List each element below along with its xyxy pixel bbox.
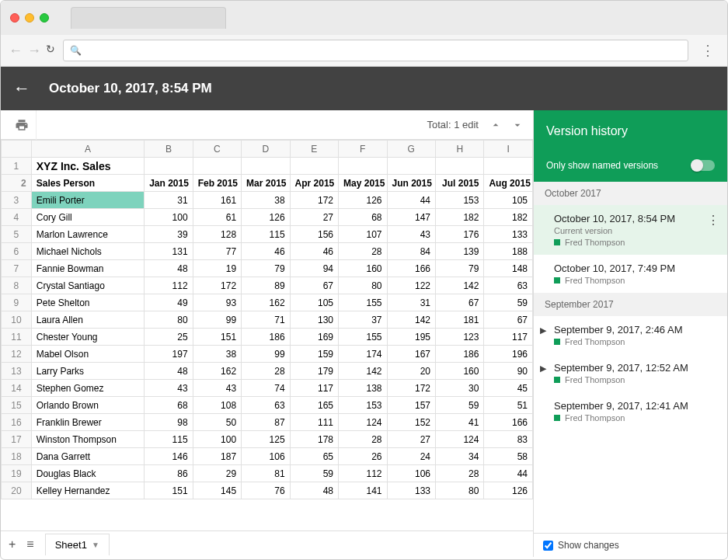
header-cell[interactable]: Jun 2015 [387, 175, 435, 192]
name-cell[interactable]: Crystal Santiago [31, 277, 144, 294]
data-cell[interactable]: 138 [339, 380, 387, 397]
header-cell[interactable]: Apr 2015 [290, 175, 338, 192]
row-header[interactable]: 13 [2, 363, 32, 380]
cell[interactable] [387, 158, 435, 175]
version-item[interactable]: October 10, 2017, 7:49 PMFred Thompson [534, 255, 727, 293]
data-cell[interactable]: 159 [290, 346, 338, 363]
data-cell[interactable]: 108 [193, 397, 241, 414]
data-cell[interactable]: 59 [484, 294, 533, 311]
data-cell[interactable]: 67 [290, 277, 338, 294]
data-cell[interactable]: 89 [242, 277, 290, 294]
data-cell[interactable]: 63 [484, 277, 533, 294]
data-cell[interactable]: 167 [387, 346, 435, 363]
name-cell[interactable]: Michael Nichols [31, 243, 144, 260]
data-cell[interactable]: 187 [193, 448, 241, 465]
name-cell[interactable]: Orlando Brown [31, 397, 144, 414]
sheet-title-cell[interactable]: XYZ Inc. Sales [31, 158, 144, 175]
browser-menu-icon[interactable]: ⋮ [696, 42, 719, 59]
data-cell[interactable]: 71 [242, 311, 290, 329]
data-cell[interactable]: 67 [435, 294, 483, 311]
data-cell[interactable]: 172 [387, 380, 435, 397]
row-header[interactable]: 12 [2, 346, 32, 363]
data-cell[interactable]: 169 [290, 329, 338, 346]
header-cell[interactable]: Feb 2015 [193, 175, 241, 192]
row-header[interactable]: 2 [2, 175, 32, 192]
data-cell[interactable]: 131 [145, 243, 193, 260]
header-cell[interactable]: Jul 2015 [435, 175, 483, 192]
data-cell[interactable]: 67 [484, 311, 533, 329]
data-cell[interactable]: 188 [484, 243, 533, 260]
data-cell[interactable]: 83 [484, 431, 533, 448]
data-cell[interactable]: 115 [242, 226, 290, 243]
all-sheets-button[interactable]: ≡ [26, 537, 33, 551]
data-cell[interactable]: 86 [145, 465, 193, 482]
data-cell[interactable]: 115 [145, 431, 193, 448]
data-cell[interactable]: 195 [387, 329, 435, 346]
cell[interactable] [193, 158, 241, 175]
data-cell[interactable]: 24 [387, 448, 435, 465]
row-header[interactable]: 10 [2, 311, 32, 329]
data-cell[interactable]: 19 [193, 260, 241, 277]
row-header[interactable]: 3 [2, 192, 32, 209]
data-cell[interactable]: 105 [290, 294, 338, 311]
column-header[interactable]: G [387, 141, 435, 158]
data-cell[interactable]: 27 [387, 431, 435, 448]
data-cell[interactable]: 26 [339, 448, 387, 465]
data-cell[interactable]: 44 [484, 465, 533, 482]
data-cell[interactable]: 156 [290, 226, 338, 243]
data-cell[interactable]: 160 [435, 363, 483, 380]
data-cell[interactable]: 39 [145, 226, 193, 243]
data-cell[interactable]: 38 [242, 192, 290, 209]
data-cell[interactable]: 174 [339, 346, 387, 363]
sheet-tab[interactable]: Sheet1 ▼ [45, 534, 110, 555]
data-cell[interactable]: 166 [484, 414, 533, 431]
data-cell[interactable]: 182 [435, 209, 483, 226]
row-header[interactable]: 7 [2, 260, 32, 277]
row-header[interactable]: 17 [2, 431, 32, 448]
version-menu-icon[interactable]: ⋮ [707, 213, 719, 228]
cell[interactable] [484, 158, 533, 175]
row-header[interactable]: 16 [2, 414, 32, 431]
name-cell[interactable]: Kelley Hernandez [31, 482, 144, 499]
back-arrow-icon[interactable]: ← [13, 78, 30, 99]
data-cell[interactable]: 59 [435, 397, 483, 414]
window-close-icon[interactable] [10, 13, 19, 23]
name-cell[interactable]: Fannie Bowman [31, 260, 144, 277]
data-cell[interactable]: 112 [339, 465, 387, 482]
data-cell[interactable]: 65 [290, 448, 338, 465]
row-header[interactable]: 14 [2, 380, 32, 397]
data-cell[interactable]: 142 [339, 363, 387, 380]
expand-icon[interactable]: ▶ [540, 363, 546, 374]
data-cell[interactable]: 176 [435, 226, 483, 243]
data-cell[interactable]: 94 [290, 260, 338, 277]
data-cell[interactable]: 63 [242, 397, 290, 414]
data-cell[interactable]: 147 [387, 209, 435, 226]
data-cell[interactable]: 107 [339, 226, 387, 243]
data-cell[interactable]: 123 [435, 329, 483, 346]
row-header[interactable]: 5 [2, 226, 32, 243]
cell[interactable] [145, 158, 193, 175]
data-cell[interactable]: 27 [290, 209, 338, 226]
version-item[interactable]: ▶September 9, 2017, 12:52 AMFred Thompso… [534, 354, 727, 392]
data-cell[interactable]: 31 [145, 192, 193, 209]
sheet-tab-dropdown-icon[interactable]: ▼ [92, 541, 99, 549]
data-cell[interactable]: 142 [387, 311, 435, 329]
data-cell[interactable]: 152 [387, 414, 435, 431]
name-cell[interactable]: Laura Allen [31, 311, 144, 329]
row-header[interactable]: 18 [2, 448, 32, 465]
name-cell[interactable]: Stephen Gomez [31, 380, 144, 397]
data-cell[interactable]: 151 [145, 482, 193, 499]
name-cell[interactable]: Chester Young [31, 329, 144, 346]
data-cell[interactable]: 45 [484, 380, 533, 397]
data-cell[interactable]: 142 [435, 277, 483, 294]
cell[interactable] [242, 158, 290, 175]
name-cell[interactable]: Marlon Lawrence [31, 226, 144, 243]
data-cell[interactable]: 133 [484, 226, 533, 243]
data-cell[interactable]: 145 [193, 482, 241, 499]
data-cell[interactable]: 126 [484, 482, 533, 499]
header-cell[interactable]: Mar 2015 [242, 175, 290, 192]
data-cell[interactable]: 59 [290, 465, 338, 482]
header-cell[interactable]: May 2015 [339, 175, 387, 192]
version-item[interactable]: ⋮October 10, 2017, 8:54 PMCurrent versio… [534, 205, 727, 255]
window-min-icon[interactable] [25, 13, 34, 23]
